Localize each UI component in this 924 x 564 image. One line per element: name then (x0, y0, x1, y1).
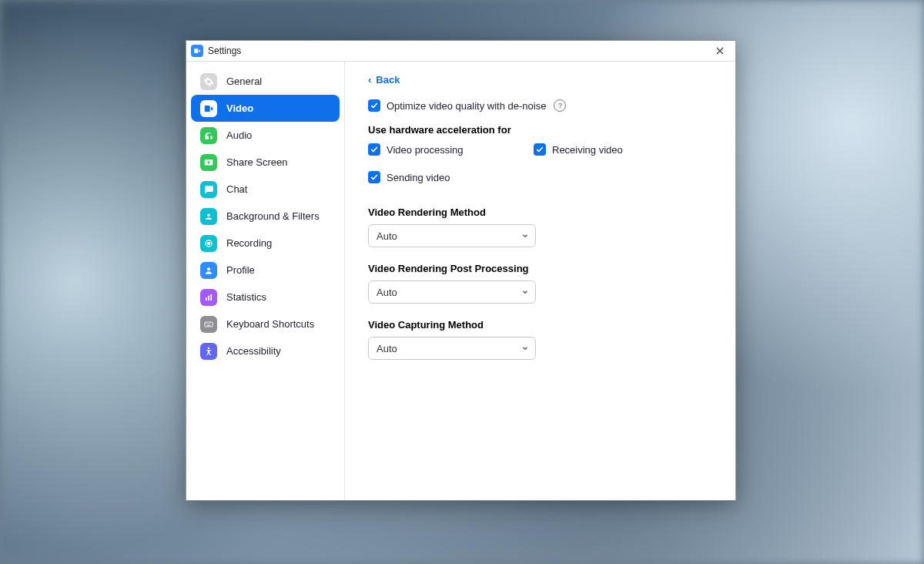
info-icon[interactable]: ? (554, 99, 566, 112)
sidebar-item-label: Share Screen (226, 156, 288, 168)
chevron-left-icon: ‹ (368, 75, 371, 85)
svg-point-2 (207, 242, 210, 245)
content-panel: ‹ Back Optimize video quality with de-no… (345, 62, 735, 500)
sidebar-item-label: Statistics (226, 291, 266, 303)
svg-point-3 (207, 267, 210, 270)
select-value: Auto (377, 287, 397, 298)
svg-point-0 (207, 213, 210, 217)
chat-icon (200, 181, 217, 198)
select-value: Auto (377, 230, 397, 242)
sidebar-item-keyboard-shortcuts[interactable]: Keyboard Shortcuts (191, 311, 340, 337)
video-capturing-method-select[interactable]: Auto (368, 337, 536, 360)
video-post-processing-select[interactable]: Auto (368, 280, 536, 304)
checkbox-video-processing[interactable] (368, 143, 380, 156)
gear-icon (200, 73, 217, 90)
stats-icon (200, 289, 217, 306)
video-processing-label: Video processing (387, 144, 464, 156)
video-rendering-method-select[interactable]: Auto (368, 224, 536, 247)
sidebar-item-label: Profile (226, 264, 255, 276)
sidebar: General Video Audio Share Screen (186, 62, 345, 500)
svg-point-10 (209, 323, 210, 324)
sidebar-item-label: Video (226, 102, 253, 114)
accessibility-icon (200, 343, 217, 360)
checkbox-receiving-video[interactable] (534, 143, 546, 156)
svg-rect-4 (206, 297, 207, 300)
keyboard-icon (200, 316, 217, 333)
chevron-down-icon (521, 343, 529, 354)
svg-rect-7 (205, 322, 213, 327)
svg-point-8 (206, 323, 207, 324)
chevron-down-icon (521, 230, 529, 242)
sidebar-item-label: Chat (226, 183, 247, 195)
sidebar-item-statistics[interactable]: Statistics (191, 284, 340, 311)
sidebar-item-label: Recording (226, 237, 272, 249)
video-rendering-method-label: Video Rendering Method (368, 206, 712, 218)
svg-point-12 (208, 347, 209, 348)
svg-rect-6 (210, 294, 212, 300)
sidebar-item-share-screen[interactable]: Share Screen (191, 149, 340, 176)
settings-window: Settings General Video (186, 40, 736, 501)
profile-icon (200, 262, 217, 279)
window-title: Settings (208, 45, 241, 56)
share-screen-icon (200, 154, 217, 171)
sidebar-item-label: General (226, 76, 262, 87)
app-icon (191, 45, 203, 57)
back-label: Back (376, 74, 400, 86)
video-icon (200, 100, 217, 117)
optimize-denoise-label: Optimize video quality with de-noise (387, 100, 546, 112)
sidebar-item-label: Keyboard Shortcuts (226, 318, 314, 330)
sidebar-item-video[interactable]: Video (191, 95, 340, 122)
sending-video-label: Sending video (387, 172, 450, 183)
video-post-processing-label: Video Rendering Post Processing (368, 263, 712, 274)
back-button[interactable]: ‹ Back (368, 74, 400, 86)
hw-accel-heading: Use hardware acceleration for (368, 124, 712, 136)
person-frame-icon (200, 208, 217, 225)
titlebar: Settings (186, 41, 735, 62)
sidebar-item-background-filters[interactable]: Background & Filters (191, 203, 340, 230)
sidebar-item-audio[interactable]: Audio (191, 122, 340, 149)
sidebar-item-label: Background & Filters (226, 210, 320, 222)
sidebar-item-accessibility[interactable]: Accessibility (191, 337, 340, 364)
sidebar-item-profile[interactable]: Profile (191, 257, 340, 284)
record-icon (200, 235, 217, 252)
headphones-icon (200, 127, 217, 144)
chevron-down-icon (521, 287, 529, 298)
sidebar-item-label: Accessibility (226, 345, 281, 357)
svg-rect-11 (207, 324, 211, 325)
svg-point-9 (208, 323, 209, 324)
select-value: Auto (377, 343, 397, 354)
sidebar-item-chat[interactable]: Chat (191, 176, 340, 203)
checkbox-sending-video[interactable] (368, 171, 380, 183)
receiving-video-label: Receiving video (552, 144, 623, 156)
svg-rect-5 (208, 295, 209, 300)
close-button[interactable] (711, 43, 729, 59)
sidebar-item-recording[interactable]: Recording (191, 230, 340, 257)
sidebar-item-label: Audio (226, 129, 252, 141)
video-capturing-method-label: Video Capturing Method (368, 319, 712, 331)
sidebar-item-general[interactable]: General (191, 68, 340, 95)
checkbox-optimize-denoise[interactable] (368, 99, 380, 112)
